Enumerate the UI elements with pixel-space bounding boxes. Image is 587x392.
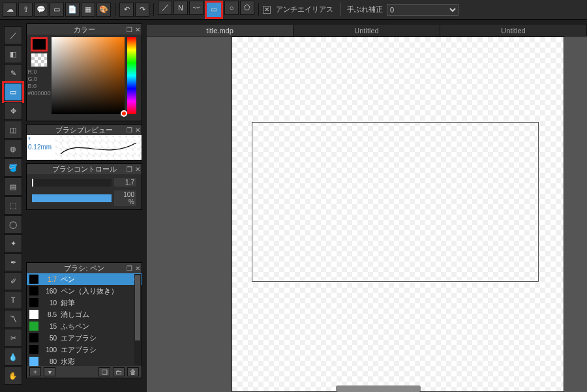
shape-tool[interactable]: ▭ (4, 83, 22, 101)
share-button[interactable]: ⇧ (18, 3, 33, 17)
magicwand-tool[interactable]: ✦ (4, 234, 22, 252)
transform-tool[interactable]: ◫ (4, 121, 22, 139)
saturation-value-picker[interactable] (52, 37, 125, 114)
brush-list-close[interactable]: ✕ (135, 264, 140, 274)
ellipse-tool-button[interactable]: ○ (224, 1, 239, 15)
brush-folder-button[interactable]: 🗀 (113, 367, 125, 376)
operation-tool[interactable]: 〽 (4, 310, 22, 328)
color-rgb-readout: R:0 G:0 B:0 #000000 (27, 68, 50, 97)
brush-row[interactable]: 8.5消しゴム (27, 309, 142, 320)
selection-tool[interactable]: ⬚ (4, 196, 22, 215)
antialias-checkbox[interactable]: ✕ (263, 6, 271, 14)
line-tool-button[interactable]: ／ (158, 1, 172, 15)
brush-control-close[interactable]: ✕ (135, 164, 140, 175)
undo-button[interactable]: ↶ (119, 3, 134, 17)
brush-size-label: 1.7 (41, 276, 57, 283)
canvas-area (147, 37, 587, 392)
brush-name-label: エアブラシ (61, 333, 142, 343)
brush-size-label: 100 (41, 346, 57, 354)
delete-brush-button[interactable]: 🗑 (127, 367, 139, 376)
document-tabstrip: title.mdp Untitled Untitled (147, 25, 587, 37)
brush-swatch (29, 345, 38, 354)
color-panel-popout[interactable]: ❐ (127, 25, 132, 35)
bucket-tool[interactable]: 🪣 (4, 158, 22, 177)
stabilizer-select[interactable]: 0 (387, 4, 459, 16)
brush-row[interactable]: 100エアブラシ (27, 344, 142, 355)
brush-preview-close[interactable]: ✕ (135, 125, 140, 136)
pen-tool[interactable]: ✒ (4, 253, 22, 271)
background-swatch[interactable] (31, 53, 48, 67)
brush-size-label: 50 (41, 335, 57, 342)
document-tab[interactable]: title.mdp (147, 25, 294, 36)
fill-tool[interactable]: ◍ (4, 140, 22, 158)
color-panel-close[interactable]: ✕ (135, 25, 140, 35)
brush-row[interactable]: 80水彩 (27, 355, 142, 366)
brush-control-panel: ブラシコントロール ❐ ✕ 1.7 100 % (26, 163, 142, 210)
hand-tool[interactable]: ✋ (4, 367, 22, 385)
gradient-tool[interactable]: ▤ (4, 177, 22, 196)
brush-list-panel: ブラシ: ペン ❐ ✕ 1.7ペン⚙160ペン（入り抜き）10鉛筆8.5消しゴム… (26, 262, 142, 378)
brush-name-label: 消しゴム (61, 310, 142, 320)
brush-row[interactable]: 10鉛筆 (27, 297, 142, 309)
brush-row[interactable]: 1.7ペン⚙ (27, 273, 142, 285)
document-tab[interactable]: Untitled (294, 25, 440, 36)
dotpen-tool[interactable]: ✎ (4, 64, 22, 82)
foreground-swatch[interactable] (31, 37, 48, 52)
brush-control-popout[interactable]: ❐ (127, 164, 132, 175)
brush-swatch (29, 275, 38, 284)
curve-tool-button[interactable]: 〰 (189, 1, 203, 15)
brush-swatch (29, 322, 38, 331)
doc-button[interactable]: 📄 (65, 3, 80, 17)
brush-name-label: ペン（入り抜き） (61, 286, 142, 296)
brush-size-slider[interactable] (32, 179, 112, 187)
duplicate-brush-button[interactable]: ❏ (98, 367, 110, 376)
brush-opacity-slider[interactable] (32, 194, 112, 202)
grid-button[interactable]: ▦ (81, 3, 95, 17)
brush-control-title: ブラシコントロール ❐ ✕ (27, 164, 142, 174)
brush-name-label: 水彩 (61, 357, 142, 367)
eraser-tool[interactable]: ◧ (4, 45, 22, 63)
brush-preview-stroke (55, 135, 142, 160)
brush-list-popout[interactable]: ❐ (127, 264, 132, 274)
brush-name-label: ペン (61, 275, 131, 284)
document-tab[interactable]: Untitled (440, 25, 587, 36)
redo-button[interactable]: ↷ (135, 3, 149, 17)
brush-tool[interactable]: ／ (4, 26, 22, 44)
canvas-h-scrollbar[interactable] (336, 385, 421, 392)
comment-button[interactable]: ▭ (50, 3, 64, 17)
palette-button[interactable]: 🎨 (97, 3, 111, 17)
brush-preview-title: ブラシプレビュー ❐ ✕ (27, 125, 142, 135)
color-panel: カラー ❐ ✕ R:0 G:0 B:0 #000000 (26, 23, 142, 121)
divide-tool[interactable]: ✂ (4, 329, 22, 347)
move-tool[interactable]: ✥ (4, 102, 22, 120)
brush-size-label: 8.5 (41, 311, 57, 318)
add-brush-button[interactable]: ＋ (29, 367, 41, 376)
selpen-tool[interactable]: ✐ (4, 272, 22, 290)
brush-preview-size: * 0.12mm (27, 135, 55, 160)
brush-group-button[interactable]: ▾ (44, 367, 55, 376)
eyedrop-tool[interactable]: 💧 (4, 348, 22, 366)
brush-list-scrollbar[interactable] (134, 274, 141, 365)
brush-preview-panel: ブラシプレビュー ❐ ✕ * 0.12mm (26, 124, 142, 160)
lasso-tool[interactable]: ◯ (4, 215, 22, 234)
brush-swatch (29, 333, 38, 342)
brush-size-label: 160 (41, 288, 57, 295)
brush-row[interactable]: 50エアブラシ (27, 332, 142, 344)
brush-opacity-value[interactable]: 100 % (114, 190, 136, 206)
brush-size-label: 80 (41, 358, 57, 365)
polyline-tool-button[interactable]: N (173, 1, 188, 15)
brush-row[interactable]: 160ペン（入り抜き） (27, 285, 142, 297)
brush-swatch (29, 298, 38, 307)
rectangle-tool-button[interactable]: ▭ (205, 1, 223, 19)
hue-slider[interactable] (127, 37, 136, 114)
brush-row[interactable]: 15ふちペン (27, 320, 142, 332)
brush-swatch (29, 310, 38, 319)
brush-size-value[interactable]: 1.7 (114, 178, 136, 187)
chat-button[interactable]: 💬 (34, 3, 48, 17)
brush-preview-popout[interactable]: ❐ (127, 125, 132, 136)
cloud-button[interactable]: ☁ (3, 3, 17, 17)
stabilizer-label: 手ぶれ補正 (347, 5, 383, 14)
text-tool[interactable]: T (4, 291, 22, 309)
canvas[interactable] (232, 37, 564, 392)
polygon-tool-button[interactable]: ⬠ (240, 1, 254, 15)
